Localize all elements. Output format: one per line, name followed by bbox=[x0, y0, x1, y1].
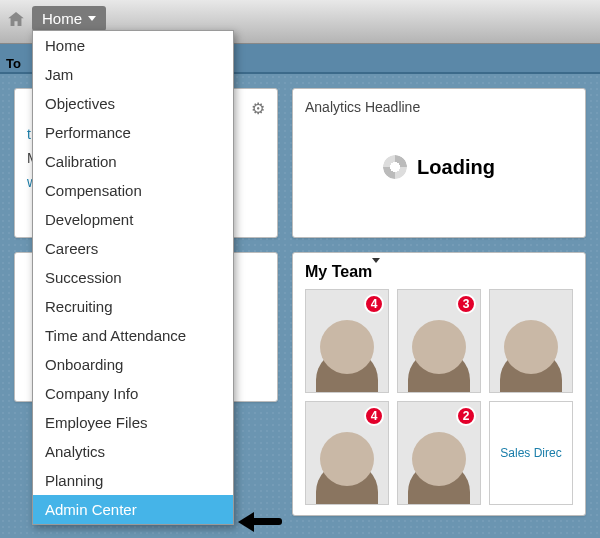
analytics-tile: Analytics Headline Loading bbox=[292, 88, 586, 238]
avatar-icon bbox=[412, 320, 466, 374]
nav-item-performance[interactable]: Performance bbox=[33, 118, 233, 147]
nav-item-onboarding[interactable]: Onboarding bbox=[33, 350, 233, 379]
nav-item-development[interactable]: Development bbox=[33, 205, 233, 234]
nav-item-succession[interactable]: Succession bbox=[33, 263, 233, 292]
team-member[interactable]: 3 bbox=[397, 289, 481, 393]
avatar-icon bbox=[504, 320, 558, 374]
nav-item-recruiting[interactable]: Recruiting bbox=[33, 292, 233, 321]
loading-label: Loading bbox=[417, 156, 495, 179]
my-team-title: My Team bbox=[305, 263, 372, 280]
to-label: To bbox=[6, 56, 21, 71]
my-team-tile: My Team 4342Sales Direc bbox=[292, 252, 586, 516]
avatar-icon bbox=[320, 320, 374, 374]
nav-item-jam[interactable]: Jam bbox=[33, 60, 233, 89]
nav-item-planning[interactable]: Planning bbox=[33, 466, 233, 495]
avatar-icon bbox=[412, 432, 466, 486]
team-member[interactable]: 4 bbox=[305, 401, 389, 505]
avatar-icon bbox=[320, 432, 374, 486]
team-sales-card[interactable]: Sales Direc bbox=[489, 401, 573, 505]
nav-item-admin-center[interactable]: Admin Center bbox=[33, 495, 233, 524]
nav-item-calibration[interactable]: Calibration bbox=[33, 147, 233, 176]
todo-link-fragment[interactable]: t bbox=[27, 126, 31, 142]
caret-down-icon bbox=[372, 258, 380, 280]
nav-item-employee-files[interactable]: Employee Files bbox=[33, 408, 233, 437]
nav-item-analytics[interactable]: Analytics bbox=[33, 437, 233, 466]
home-icon bbox=[8, 12, 24, 26]
nav-item-objectives[interactable]: Objectives bbox=[33, 89, 233, 118]
notification-badge: 4 bbox=[364, 294, 384, 314]
analytics-title: Analytics Headline bbox=[305, 99, 573, 115]
nav-item-home[interactable]: Home bbox=[33, 31, 233, 60]
nav-item-company-info[interactable]: Company Info bbox=[33, 379, 233, 408]
gear-icon[interactable]: ⚙ bbox=[251, 99, 265, 118]
my-team-dropdown[interactable]: My Team bbox=[305, 263, 573, 281]
notification-badge: 3 bbox=[456, 294, 476, 314]
sales-label: Sales Direc bbox=[500, 446, 561, 460]
module-picker-trigger[interactable]: Home bbox=[32, 6, 106, 31]
caret-down-icon bbox=[88, 16, 96, 21]
module-picker-label: Home bbox=[42, 10, 82, 27]
nav-item-careers[interactable]: Careers bbox=[33, 234, 233, 263]
team-member[interactable] bbox=[489, 289, 573, 393]
nav-item-time-and-attendance[interactable]: Time and Attendance bbox=[33, 321, 233, 350]
notification-badge: 2 bbox=[456, 406, 476, 426]
team-member[interactable]: 2 bbox=[397, 401, 481, 505]
module-dropdown[interactable]: HomeJamObjectivesPerformanceCalibrationC… bbox=[32, 30, 234, 525]
notification-badge: 4 bbox=[364, 406, 384, 426]
team-member[interactable]: 4 bbox=[305, 289, 389, 393]
spinner-icon bbox=[383, 155, 407, 179]
nav-item-compensation[interactable]: Compensation bbox=[33, 176, 233, 205]
